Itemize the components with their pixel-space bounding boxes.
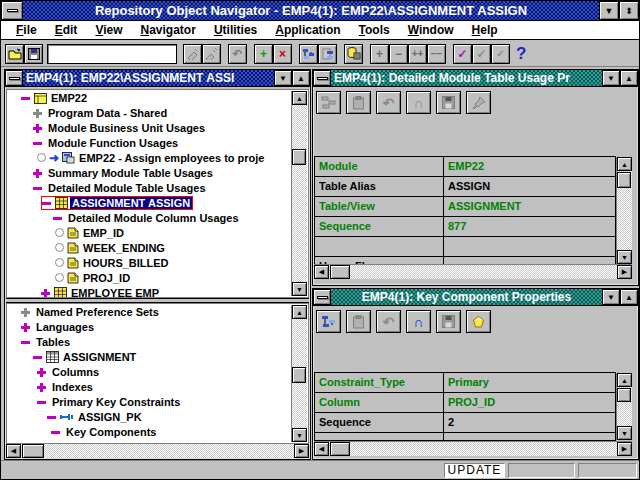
tree-item[interactable]: Languages: [7, 319, 308, 334]
undo-button[interactable]: ↶: [228, 44, 247, 64]
collapse-icon[interactable]: [51, 427, 61, 437]
delete-object-button[interactable]: ×: [273, 44, 292, 64]
tree-item[interactable]: EMP22: [7, 90, 308, 105]
expand-all-button[interactable]: ++: [408, 44, 427, 64]
scroll-down-icon[interactable]: ▼: [292, 282, 307, 296]
minimize-button[interactable]: ▼: [599, 1, 619, 20]
tree-item[interactable]: Module Business Unit Usages: [7, 120, 308, 135]
window-system-menu[interactable]: [313, 70, 331, 86]
scroll-thumb[interactable]: [617, 172, 631, 188]
system-menu-button[interactable]: [1, 1, 23, 20]
radio-icon[interactable]: [55, 273, 64, 282]
mark-button[interactable]: ✓: [453, 44, 472, 64]
revert-button[interactable]: ↶: [376, 91, 401, 114]
menu-window[interactable]: Window: [399, 23, 463, 37]
tree-item[interactable]: Named Preference Sets: [7, 304, 308, 319]
window-maximize-button[interactable]: ▲: [620, 70, 638, 86]
tree-item[interactable]: Summary Module Table Usages: [7, 165, 308, 180]
tree-item[interactable]: Program Data - Shared: [7, 105, 308, 120]
menu-navigator[interactable]: Navigator: [132, 23, 205, 37]
property-value[interactable]: [444, 237, 615, 256]
scroll-down-icon[interactable]: ▼: [292, 428, 307, 442]
unmark-button[interactable]: ✓: [472, 44, 491, 64]
restore-button[interactable]: ⬍: [619, 1, 639, 20]
expand-icon[interactable]: [21, 307, 31, 317]
navigator-hscrollbar[interactable]: ◀ ▶: [6, 443, 309, 458]
scroll-up-icon[interactable]: ▲: [292, 305, 307, 319]
collapse-icon[interactable]: [33, 183, 43, 193]
property-row[interactable]: Column PROJ_ID: [315, 393, 615, 412]
diagram-copy-button[interactable]: [318, 44, 337, 64]
tree-item[interactable]: PROJ_ID: [7, 270, 308, 285]
property-value[interactable]: PROJ_ID: [444, 393, 615, 412]
collapse-icon[interactable]: [37, 397, 47, 407]
scroll-left-icon[interactable]: ◀: [6, 444, 21, 458]
properties-hscrollbar[interactable]: ◀ ▶: [314, 264, 632, 279]
navigator-maximize-button[interactable]: ▲: [292, 70, 310, 86]
tree-item[interactable]: HOURS_BILLED: [7, 255, 308, 270]
expand-icon[interactable]: [41, 288, 51, 298]
scroll-left-icon[interactable]: ◀: [314, 265, 329, 279]
open-button[interactable]: [5, 44, 24, 64]
navigator-search-input[interactable]: [47, 44, 177, 64]
navigate-button[interactable]: [316, 91, 341, 114]
save-properties-button[interactable]: [436, 310, 461, 333]
scroll-right-icon[interactable]: ▶: [294, 444, 309, 458]
collapse-icon[interactable]: [21, 93, 31, 103]
tree-item[interactable]: Key Components: [7, 424, 308, 439]
property-row[interactable]: [315, 433, 615, 441]
property-row[interactable]: Sequence 2: [315, 413, 615, 432]
property-value[interactable]: ASSIGNMENT: [444, 197, 615, 216]
tree-item[interactable]: ➜ EMP22 - Assign employees to proje: [7, 150, 308, 165]
scroll-right-icon[interactable]: ▶: [617, 265, 632, 279]
properties-vscrollbar[interactable]: ▲ ▼: [616, 373, 632, 440]
radio-icon[interactable]: [55, 258, 64, 267]
navigator-system-menu[interactable]: [5, 70, 23, 86]
property-value[interactable]: Primary: [444, 373, 615, 392]
scroll-down-icon[interactable]: ▼: [617, 250, 632, 264]
menu-tools[interactable]: Tools: [350, 23, 399, 37]
menu-application[interactable]: Application: [266, 23, 349, 37]
scroll-up-icon[interactable]: ▲: [617, 373, 632, 387]
tree-item[interactable]: Module Function Usages: [7, 135, 308, 150]
properties-vscrollbar[interactable]: ▲ ▼: [616, 157, 632, 264]
requery-button[interactable]: [183, 44, 202, 64]
property-value[interactable]: 877: [444, 217, 615, 236]
property-value[interactable]: [444, 433, 615, 441]
tree-item-selected[interactable]: ASSIGNMENT ASSIGN: [7, 195, 308, 210]
property-row[interactable]: [315, 237, 615, 256]
property-row[interactable]: Constraint_Type Primary: [315, 373, 615, 392]
save-button[interactable]: [24, 44, 43, 64]
paste-properties-button[interactable]: [346, 310, 371, 333]
pin-button[interactable]: [466, 91, 491, 114]
window-minimize-button[interactable]: ▼: [602, 289, 620, 305]
radio-icon[interactable]: [55, 228, 64, 237]
diagram-button[interactable]: [299, 44, 318, 64]
help-icon[interactable]: ?: [516, 44, 526, 64]
revert-button[interactable]: ↶: [376, 310, 401, 333]
window-system-menu[interactable]: [313, 289, 331, 305]
scroll-left-icon[interactable]: ◀: [314, 442, 329, 456]
lower-tree-vscrollbar[interactable]: ▲ ▼: [291, 305, 307, 442]
property-row[interactable]: Module EMP22: [315, 157, 615, 176]
collapse-icon[interactable]: [53, 213, 63, 223]
tree-item[interactable]: EMP_ID: [7, 225, 308, 240]
property-value[interactable]: EMP22: [444, 157, 615, 176]
tree-item[interactable]: Columns: [7, 364, 308, 379]
gem-button[interactable]: [466, 310, 491, 333]
property-row[interactable]: Table Alias ASSIGN: [315, 177, 615, 196]
scroll-up-icon[interactable]: ▲: [292, 91, 307, 105]
menu-file[interactable]: File: [7, 23, 46, 37]
property-row[interactable]: Table/View ASSIGNMENT: [315, 197, 615, 216]
scroll-up-icon[interactable]: ▲: [617, 157, 632, 171]
expand-button[interactable]: +: [370, 44, 389, 64]
tree-item[interactable]: Primary Key Constraints: [7, 394, 308, 409]
menu-view[interactable]: View: [86, 23, 131, 37]
scroll-thumb[interactable]: [330, 442, 350, 456]
expand-icon[interactable]: [21, 322, 31, 332]
tree-item[interactable]: Detailed Module Table Usages: [7, 180, 308, 195]
tree-item[interactable]: ASSIGNMENT: [7, 349, 308, 364]
expand-icon[interactable]: [33, 168, 43, 178]
tree-item[interactable]: EMPLOYEE EMP: [7, 285, 308, 298]
save-properties-button[interactable]: [436, 91, 461, 114]
